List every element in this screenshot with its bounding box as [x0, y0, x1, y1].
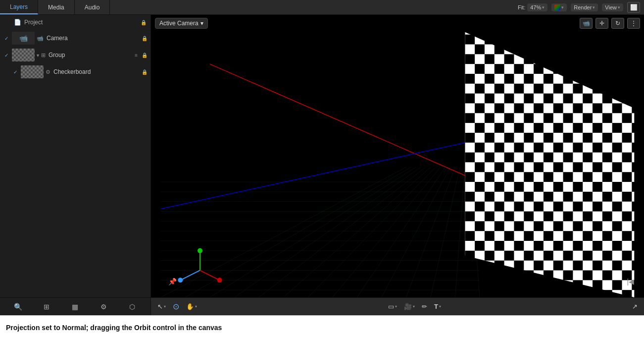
- sidebar-footer: 🔍 ⊞ ▦ ⚙ ⬡: [0, 297, 150, 315]
- tab-media[interactable]: Media: [38, 0, 75, 14]
- paint-icon: ✏: [422, 303, 427, 310]
- group-expand-icon[interactable]: ▾: [37, 53, 39, 58]
- camera-speed-icon: 🎥: [404, 303, 412, 310]
- camera-lock-icon: 🔒: [142, 36, 148, 41]
- search-button[interactable]: 🔍: [12, 301, 24, 313]
- hand-tool[interactable]: ✋ ▾: [184, 301, 199, 312]
- monitor-icon-btn[interactable]: ⬜: [627, 2, 640, 13]
- hand-chevron-icon: ▾: [195, 304, 197, 309]
- text-tool[interactable]: T ▾: [432, 301, 444, 312]
- status-bar: Projection set to Normal; dragging the O…: [0, 315, 644, 339]
- canvas-toolbar-top: Active Camera ▾ 📹 ✛ ↻ ⋮: [151, 15, 644, 32]
- move-icon-btn[interactable]: ✛: [595, 18, 608, 29]
- canvas-toolbar-right: 📹 ✛ ↻ ⋮: [580, 18, 640, 29]
- text-chevron-icon: ▾: [439, 304, 441, 309]
- right-edge-icon: |◀: [627, 278, 634, 285]
- color-picker[interactable]: ▾: [551, 3, 567, 11]
- camera-thumb-icon: 📹: [19, 34, 28, 42]
- sidebar: 📄 Project 🔒 ✓ 📹 📹 Camera 🔒 ✓ ▾ ⊞ Group: [0, 15, 151, 315]
- expand-icon: ↗: [632, 303, 638, 310]
- svg-point-48: [178, 278, 183, 282]
- select-tool[interactable]: ↖ ▾: [155, 301, 168, 312]
- orbit-icon: ⊙: [173, 302, 179, 311]
- tab-audio[interactable]: Audio: [75, 0, 110, 14]
- camera-dropdown-chevron: ▾: [200, 20, 203, 27]
- tab-layers[interactable]: Layers: [0, 0, 38, 14]
- camera-checkbox[interactable]: ✓: [3, 35, 10, 42]
- color-icon: [554, 4, 560, 10]
- project-icon: 📄: [14, 19, 21, 26]
- group-checkbox[interactable]: ✓: [3, 52, 10, 58]
- main-content: 📄 Project 🔒 ✓ 📹 📹 Camera 🔒 ✓ ▾ ⊞ Group: [0, 15, 644, 315]
- view-mode-chevron-icon: ▾: [395, 304, 397, 309]
- camera-speed-tool[interactable]: 🎥 ▾: [401, 301, 417, 312]
- layer-item-camera[interactable]: ✓ 📹 📹 Camera 🔒: [0, 30, 150, 47]
- top-tabs: Layers Media Audio: [0, 0, 110, 14]
- top-bar-right: Fit: 47% ▾ ▾ Render ▾ View ▾ ⬜: [518, 2, 644, 13]
- layer-item-group[interactable]: ✓ ▾ ⊞ Group ≡ 🔒: [0, 47, 150, 63]
- select-chevron-icon: ▾: [164, 304, 166, 309]
- layers-grid-button[interactable]: ▦: [69, 301, 81, 313]
- layer-item-project[interactable]: 📄 Project 🔒: [0, 15, 150, 30]
- canvas-svg: 📌 |◀: [151, 15, 644, 297]
- render-dropdown[interactable]: Render ▾: [571, 3, 598, 11]
- expand-tool[interactable]: ↗: [630, 301, 640, 312]
- orbit-icon-btn[interactable]: ↻: [611, 18, 624, 29]
- group-lines-icon: ≡: [135, 53, 138, 58]
- group-thumb: [12, 49, 35, 61]
- camera-speed-chevron-icon: ▾: [413, 304, 415, 309]
- share-button[interactable]: ⬡: [126, 301, 138, 313]
- view-mode-tool[interactable]: ▭ ▾: [386, 301, 399, 312]
- group-lock-icon: 🔒: [142, 53, 148, 58]
- checkerboard-thumb: [21, 65, 44, 78]
- fit-control: Fit: 47% ▾: [518, 3, 547, 11]
- select-icon: ↖: [157, 303, 163, 310]
- fit-chevron-icon: ▾: [542, 5, 545, 10]
- paint-tool[interactable]: ✏: [419, 301, 430, 312]
- group-layer-icon: ⊞: [41, 52, 46, 58]
- status-text: Projection set to Normal; dragging the O…: [6, 324, 222, 332]
- checkerboard-lock-icon: 🔒: [142, 69, 148, 75]
- bottom-toolbar: ↖ ▾ ⊙ ✋ ▾ ▭ ▾ 🎥 ▾ ✏: [151, 297, 644, 315]
- layer-item-checkerboard[interactable]: ✓ ⚙ Checkerboard 🔒: [0, 63, 150, 80]
- anchor-icon: 📌: [168, 278, 177, 286]
- camera-thumb: 📹: [12, 32, 35, 45]
- orbit-tool[interactable]: ⊙: [170, 300, 182, 313]
- color-chevron-icon: ▾: [561, 5, 564, 10]
- camera-layer-icon: 📹: [37, 35, 44, 42]
- view-mode-icon: ▭: [388, 303, 394, 310]
- checkerboard-layer-icon: ⚙: [46, 69, 50, 75]
- hand-icon: ✋: [186, 303, 194, 310]
- svg-point-44: [198, 248, 202, 253]
- active-camera-dropdown[interactable]: Active Camera ▾: [155, 18, 208, 29]
- svg-point-46: [217, 278, 222, 282]
- more-icon-btn[interactable]: ⋮: [627, 18, 640, 29]
- checkerboard-checkbox[interactable]: ✓: [12, 68, 19, 75]
- text-icon: T: [434, 303, 438, 310]
- grid-button[interactable]: ⊞: [41, 301, 52, 313]
- render-chevron-icon: ▾: [593, 5, 595, 10]
- project-lock-icon: 🔒: [141, 20, 147, 25]
- camera-view-icon-btn[interactable]: 📹: [580, 18, 593, 29]
- canvas-3d: 📌 |◀: [151, 15, 644, 297]
- fit-dropdown[interactable]: 47% ▾: [527, 3, 547, 11]
- settings-button[interactable]: ⚙: [98, 301, 110, 313]
- view-chevron-icon: ▾: [618, 5, 620, 10]
- top-bar: Layers Media Audio Fit: 47% ▾ ▾ Render ▾…: [0, 0, 644, 15]
- canvas-area[interactable]: Active Camera ▾ 📹 ✛ ↻ ⋮: [151, 15, 644, 315]
- view-dropdown[interactable]: View ▾: [602, 3, 623, 11]
